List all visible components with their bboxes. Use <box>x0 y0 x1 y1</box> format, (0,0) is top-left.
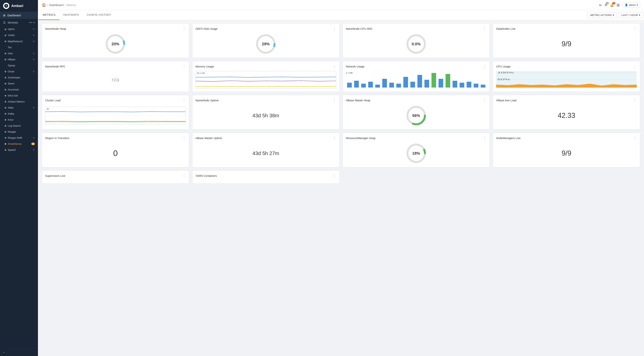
namenode-cpu-wio-donut: 0.0% <box>406 33 427 55</box>
yarn-refresh-icon[interactable]: ↻ <box>33 34 35 37</box>
settings-button[interactable]: ⚙ 0 <box>604 3 607 7</box>
services-collapse-icon[interactable]: ▾ <box>34 21 35 24</box>
metric-card-namenode-heap: NameNode Heap ⋮ 20% <box>42 23 189 58</box>
accumulo-status-dot <box>5 89 6 90</box>
cpu-usage-chart: 100% 50% <box>496 71 637 88</box>
hive-refresh-icon[interactable]: ↻ <box>33 52 35 55</box>
services-more-icon[interactable]: ••• <box>29 21 32 24</box>
spark2-status-dot <box>5 149 6 151</box>
sidebar-item-spark2[interactable]: Spark2 ↻ <box>0 147 38 153</box>
ambari-metrics-status-dot <box>5 101 6 102</box>
mapreduce2-refresh-icon[interactable]: ↻ <box>33 40 35 43</box>
sidebar-services-header[interactable]: ☰ Services ••• ▾ <box>0 19 38 26</box>
infra-solr-status-dot <box>5 95 6 96</box>
hbase-master-uptime-menu[interactable]: ⋮ <box>333 136 336 140</box>
nodemanagers-live-menu[interactable]: ⋮ <box>633 136 637 140</box>
user-menu-button[interactable]: 👤 admin ▾ <box>622 2 640 8</box>
hbase-master-heap-menu[interactable]: ⋮ <box>483 98 486 102</box>
tabs: METRICS HEATMAPS CONFIG HISTORY <box>39 10 116 20</box>
namenode-uptime-menu[interactable]: ⋮ <box>333 98 336 102</box>
sidebar-item-tez[interactable]: Tez <box>0 44 38 50</box>
sidebar-item-smartsense[interactable]: SmartSense 1 <box>0 141 38 147</box>
home-icon[interactable]: 🏠 <box>42 3 46 7</box>
namenode-rpc-menu[interactable]: ⋮ <box>182 64 186 69</box>
sidebar-item-ranger-kms[interactable]: Ranger KMS ↻ <box>0 135 38 141</box>
sidebar-item-oozie[interactable]: Oozie ↻ <box>0 68 38 74</box>
yarn-containers-menu[interactable]: ⋮ <box>333 174 336 178</box>
metric-actions-button[interactable]: METRIC ACTIONS ▾ <box>587 12 617 18</box>
tab-heatmaps[interactable]: HEATMAPS <box>60 10 83 20</box>
oozie-refresh-icon[interactable]: ↻ <box>33 70 35 73</box>
namenode-heap-menu[interactable]: ⋮ <box>182 27 186 31</box>
sidebar-item-infra-solr[interactable]: Infra Solr <box>0 92 38 99</box>
svg-rect-19 <box>424 80 429 88</box>
memory-usage-menu[interactable]: ⋮ <box>333 64 336 69</box>
tabs-actions: METRIC ACTIONS ▾ LAST 1 HOUR ▾ <box>587 10 643 20</box>
main-content: 🏠 / Dashboard / Metrics dp ⚙ 0 🔔 6 ⊞ 👤 a… <box>38 0 644 356</box>
sidebar-item-hdfs[interactable]: HDFS ↻ <box>0 26 38 32</box>
sidebar-item-accumulo[interactable]: Accumulo <box>0 86 38 92</box>
hbase-ave-load-menu[interactable]: ⋮ <box>633 98 637 102</box>
metric-card-hdfs-disk-usage: HDFS Disk Usage ⋮ 29% <box>192 23 340 58</box>
sidebar-item-yarn[interactable]: YARN ↻ <box>0 32 38 38</box>
sidebar-item-mapreduce2[interactable]: MapReduce2 ↻ <box>0 38 38 44</box>
cpu-usage-menu[interactable]: ⋮ <box>633 64 637 69</box>
sidebar-item-sqoop[interactable]: Sqoop <box>0 62 38 68</box>
supervisors-live-menu[interactable]: ⋮ <box>182 174 186 178</box>
sidebar-item-atlas[interactable]: Atlas ↻ <box>0 105 38 111</box>
spark2-label: Spark2 <box>8 148 16 151</box>
network-usage-label: 4.7 MB <box>346 72 353 74</box>
ranger-kms-refresh-icon[interactable]: ↻ <box>33 136 35 139</box>
apps-grid-button[interactable]: ⊞ <box>616 3 620 8</box>
sidebar-item-ambari-metrics[interactable]: Ambari Metrics <box>0 99 38 105</box>
supervisors-live-title: Supervisors Live <box>45 174 65 178</box>
breadcrumb-dashboard[interactable]: Dashboard <box>49 3 64 6</box>
accumulo-label: Accumulo <box>8 88 19 91</box>
tab-metrics[interactable]: METRICS <box>39 10 60 20</box>
region-in-transition-menu[interactable]: ⋮ <box>182 136 186 140</box>
ambari-metrics-label: Ambari Metrics <box>8 100 25 103</box>
hdfs-refresh-icon[interactable]: ↻ <box>33 28 35 31</box>
atlas-refresh-icon[interactable]: ↻ <box>33 106 35 109</box>
sidebar-item-log-search[interactable]: Log Search <box>0 123 38 129</box>
hdfs-disk-usage-menu[interactable]: ⋮ <box>333 27 336 31</box>
metrics-content: NameNode Heap ⋮ 20% HDFS Disk Us <box>38 23 644 356</box>
network-usage-menu[interactable]: ⋮ <box>483 64 486 69</box>
namenode-cpu-wio-menu[interactable]: ⋮ <box>483 27 486 31</box>
topbar-actions: dp ⚙ 0 🔔 6 ⊞ 👤 admin ▾ <box>599 2 640 8</box>
grid-icon: ⊞ <box>616 3 620 8</box>
metric-card-hbase-master-heap: HBase Master Heap ⋮ 56% <box>342 95 490 130</box>
sidebar-bottom: « <box>0 348 38 356</box>
user-label: admin <box>629 4 636 6</box>
cluster-load-menu[interactable]: ⋮ <box>182 98 186 102</box>
hbase-master-heap-title: HBase Master Heap <box>346 99 370 102</box>
oozie-status-dot <box>5 71 6 72</box>
tab-config-history[interactable]: CONFIG HISTORY <box>83 10 115 20</box>
metric-card-yarn-containers: YARN Containers ⋮ <box>192 170 340 184</box>
notifications-button[interactable]: 🔔 6 <box>610 3 614 7</box>
sidebar-item-knox[interactable]: Knox <box>0 117 38 123</box>
sidebar-item-zookeeper[interactable]: ZooKeeper <box>0 74 38 80</box>
oozie-label: Oozie <box>8 70 14 73</box>
sidebar-item-ranger[interactable]: Ranger <box>0 129 38 135</box>
hbase-refresh-icon[interactable]: ↻ <box>33 58 35 61</box>
svg-rect-20 <box>431 73 436 88</box>
sidebar-item-storm[interactable]: Storm <box>0 80 38 86</box>
spark2-refresh-icon[interactable]: ↻ <box>33 149 35 151</box>
metric-card-supervisors-live: Supervisors Live ⋮ <box>42 170 189 184</box>
sidebar-item-kafka[interactable]: Kafka <box>0 111 38 117</box>
svg-rect-12 <box>375 84 380 88</box>
memory-usage-label: 93.1 GB <box>197 72 205 74</box>
time-range-button[interactable]: LAST 1 HOUR ▾ <box>618 12 643 18</box>
resourcemanager-heap-menu[interactable]: ⋮ <box>483 136 486 140</box>
sidebar-collapse-button[interactable]: « <box>3 351 5 354</box>
sidebar-item-dashboard[interactable]: ⊞ Dashboard <box>0 12 38 19</box>
datanodes-live-menu[interactable]: ⋮ <box>633 27 637 31</box>
metric-card-region-in-transition: Region In Transition ⋮ 0 <box>42 133 189 167</box>
nodemanagers-live-title: NodeManagers Live <box>496 136 520 140</box>
cpu-usage-title: CPU Usage <box>496 65 510 68</box>
sidebar-item-hive[interactable]: Hive ↻ <box>0 50 38 56</box>
sidebar-item-hbase[interactable]: HBase ↻ <box>0 56 38 62</box>
ranger-status-dot <box>5 131 6 133</box>
metric-card-nodemanagers-live: NodeManagers Live ⋮ 9/9 <box>493 133 640 167</box>
